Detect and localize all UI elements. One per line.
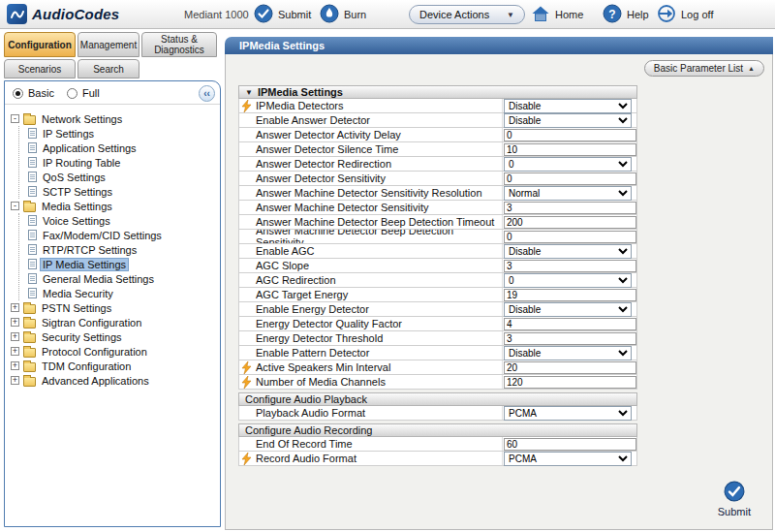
param-label: Enable Pattern Detector xyxy=(239,346,503,360)
document-icon xyxy=(28,172,37,182)
answer-machine-detector-sensitivity-resolution-select[interactable]: Normal xyxy=(504,186,632,201)
submit-button-top[interactable]: Submit xyxy=(254,4,311,25)
collapse-triangle-icon[interactable]: ▼ xyxy=(245,88,253,97)
full-radio[interactable] xyxy=(67,88,78,99)
collapse-tree-button[interactable]: ‹‹ xyxy=(199,85,215,102)
folder-icon xyxy=(23,362,36,372)
enable-pattern-detector-select[interactable]: Disable xyxy=(504,346,632,360)
document-icon xyxy=(28,244,37,255)
burn-button[interactable]: Burn xyxy=(320,4,366,25)
chevron-down-icon: ▼ xyxy=(507,11,514,19)
sidebar-item-ip-media-settings[interactable]: IP Media Settings xyxy=(19,257,218,271)
expand-box-icon[interactable]: + xyxy=(11,376,19,385)
tree-node-advanced-applications[interactable]: +Advanced Applications xyxy=(11,373,218,388)
logoff-button[interactable]: Log off xyxy=(657,4,713,25)
home-button[interactable]: Home xyxy=(531,4,583,25)
energy-detector-threshold-input[interactable] xyxy=(504,332,636,345)
svg-text:?: ? xyxy=(608,8,615,21)
tree-node-security-settings[interactable]: +Security Settings xyxy=(11,329,218,344)
agc-redirection-select[interactable]: 0 xyxy=(504,273,632,288)
brand-name: AudioCodes xyxy=(32,6,119,22)
sidebar-item-fax-modem-cid-settings[interactable]: Fax/Modem/CID Settings xyxy=(19,228,218,242)
ipmedia-detectors-select[interactable]: Disable xyxy=(504,99,632,113)
sidebar-item-voice-settings[interactable]: Voice Settings xyxy=(19,213,218,228)
sidebar-item-application-settings[interactable]: Application Settings xyxy=(19,141,218,155)
help-button[interactable]: ? Help xyxy=(603,4,649,25)
sidebar-item-ip-routing-table[interactable]: IP Routing Table xyxy=(19,155,218,170)
main-content: Basic Parameter List ▲ ▼IPMedia Settings… xyxy=(225,54,773,530)
answer-detector-redirection-select[interactable]: 0 xyxy=(504,157,632,172)
param-label: Answer Machine Detector Sensitivity xyxy=(239,201,503,214)
basic-parameter-list-button[interactable]: Basic Parameter List ▲ xyxy=(644,60,764,77)
param-control-cell: PCMA xyxy=(503,452,636,466)
answer-machine-detector-beep-detection-sensitivity-input[interactable] xyxy=(504,231,636,243)
answer-detector-silence-time-input[interactable] xyxy=(504,143,636,156)
tab-search[interactable]: Search xyxy=(78,59,140,78)
view-mode-row: Basic Full ‹‹ xyxy=(5,81,220,105)
record-audio-format-select[interactable]: PCMA xyxy=(504,452,632,466)
expand-box-icon[interactable]: + xyxy=(11,361,19,370)
answer-machine-detector-sensitivity-input[interactable] xyxy=(504,202,636,214)
tree-node-tdm-configuration[interactable]: +TDM Configuration xyxy=(11,359,218,373)
sidebar-item-sctp-settings[interactable]: SCTP Settings xyxy=(19,184,218,199)
sidebar-item-ip-settings[interactable]: IP Settings xyxy=(19,126,218,141)
answer-machine-detector-beep-detection-timeout-input[interactable] xyxy=(504,216,636,229)
expand-box-icon[interactable]: + xyxy=(11,303,19,312)
param-row-energy-detector-quality-factor: Energy Detector Quality Factor xyxy=(238,317,637,331)
sidebar-item-qos-settings[interactable]: QoS Settings xyxy=(19,170,218,184)
basic-radio[interactable] xyxy=(13,88,23,99)
tree-node-network-settings[interactable]: -Network Settings xyxy=(11,111,218,126)
tree-node-pstn-settings[interactable]: +PSTN Settings xyxy=(11,300,218,315)
param-row-enable-energy-detector: Enable Energy DetectorDisable xyxy=(238,302,637,317)
expand-box-icon[interactable]: + xyxy=(11,347,19,356)
param-row-energy-detector-threshold: Energy Detector Threshold xyxy=(238,331,637,346)
document-icon xyxy=(28,288,37,298)
enable-energy-detector-select[interactable]: Disable xyxy=(504,302,632,317)
folder-icon xyxy=(23,115,36,125)
expand-box-icon[interactable]: + xyxy=(11,332,19,341)
agc-slope-input[interactable] xyxy=(504,260,636,272)
tree-node-protocol-configuration[interactable]: +Protocol Configuration xyxy=(11,344,218,359)
param-control-cell xyxy=(503,216,636,229)
tab-scenarios[interactable]: Scenarios xyxy=(4,59,76,78)
folder-icon xyxy=(23,319,36,329)
param-row-answer-machine-detector-sensitivity-resolution: Answer Machine Detector Sensitivity Reso… xyxy=(238,186,637,201)
energy-detector-quality-factor-input[interactable] xyxy=(504,318,636,330)
section-header-ipmedia-settings[interactable]: ▼IPMedia Settings xyxy=(238,85,637,99)
param-label: AGC Target Energy xyxy=(239,288,503,301)
param-row-playback-audio-format: Playback Audio FormatPCMA xyxy=(238,406,637,421)
param-control-cell xyxy=(503,438,636,451)
enable-answer-detector-select[interactable]: Disable xyxy=(504,113,632,128)
playback-audio-format-select[interactable]: PCMA xyxy=(504,406,632,421)
agc-target-energy-input[interactable] xyxy=(504,289,636,301)
param-row-answer-detector-sensitivity: Answer Detector Sensitivity xyxy=(238,172,637,186)
collapse-box-icon[interactable]: - xyxy=(11,202,19,210)
number-of-media-channels-input[interactable] xyxy=(504,376,636,389)
folder-icon xyxy=(23,304,36,314)
device-actions-dropdown[interactable]: Device Actions ▼ xyxy=(409,5,525,24)
sidebar-item-rtp-rtcp-settings[interactable]: RTP/RTCP Settings xyxy=(19,242,218,257)
answer-detector-activity-delay-input[interactable] xyxy=(504,129,636,141)
param-row-agc-redirection: AGC Redirection0 xyxy=(238,273,637,288)
tree-node-sigtran-configuration[interactable]: +Sigtran Configuration xyxy=(11,315,218,329)
expand-box-icon[interactable]: + xyxy=(11,318,19,327)
param-control-cell xyxy=(503,231,636,243)
param-control-cell: PCMA xyxy=(503,406,636,421)
collapse-box-icon[interactable]: - xyxy=(11,114,19,123)
tab-status-diagnostics[interactable]: Status & Diagnostics xyxy=(141,32,217,57)
help-icon: ? xyxy=(603,4,622,25)
sidebar-item-media-security[interactable]: Media Security xyxy=(19,286,218,300)
param-control-cell xyxy=(503,318,636,330)
active-speakers-min-interval-input[interactable] xyxy=(504,361,636,374)
tree-node-media-settings[interactable]: -Media Settings xyxy=(11,199,218,213)
document-icon xyxy=(28,215,37,226)
param-label: Answer Detector Redirection xyxy=(239,157,503,171)
tab-configuration[interactable]: Configuration xyxy=(4,32,76,57)
submit-button-bottom[interactable]: Submit xyxy=(718,481,751,517)
sidebar-item-general-media-settings[interactable]: General Media Settings xyxy=(19,271,218,286)
param-control-cell: 0 xyxy=(503,273,636,288)
answer-detector-sensitivity-input[interactable] xyxy=(504,172,636,185)
enable-agc-select[interactable]: Disable xyxy=(504,244,632,259)
end-of-record-time-input[interactable] xyxy=(504,438,636,451)
tab-management[interactable]: Management xyxy=(78,32,140,57)
